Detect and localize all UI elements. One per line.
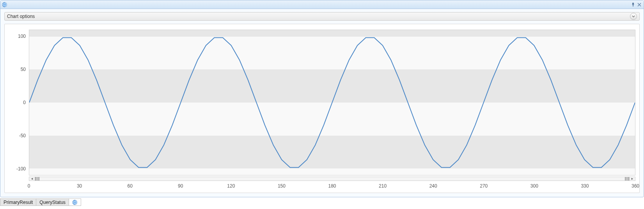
y-tick-label: 0 [23, 100, 26, 105]
y-tick-label: 50 [21, 67, 26, 72]
chart-options-bar[interactable]: Chart options [4, 12, 640, 21]
range-thumb-left[interactable] [35, 177, 39, 181]
range-slider[interactable]: ◄ ► [29, 177, 635, 181]
x-tick-label: 60 [127, 183, 132, 189]
range-arrow-left-icon[interactable]: ◄ [29, 177, 35, 181]
x-axis: 0306090120150180210240270300330360 [29, 182, 635, 190]
x-tick-label: 120 [227, 183, 235, 189]
tab-label: PrimaryResult [4, 200, 33, 205]
x-tick-label: 240 [429, 183, 437, 189]
y-tick-label: -50 [19, 133, 26, 138]
expand-options-icon[interactable] [630, 13, 637, 20]
globe-icon [2, 2, 7, 7]
chart-options-label: Chart options [7, 14, 35, 19]
x-tick-label: 30 [77, 183, 82, 189]
tab-primary-result[interactable]: PrimaryResult [0, 198, 36, 206]
status-bar: PrimaryResult QueryStatus [0, 197, 644, 206]
y-tick-label: -100 [16, 166, 26, 172]
x-tick-label: 330 [581, 183, 589, 189]
panel-header [0, 0, 644, 9]
plot-area[interactable] [29, 30, 635, 175]
x-tick-label: 150 [278, 183, 286, 189]
plot-svg [29, 30, 635, 175]
chart-frame: -100-50050100 ◄ ► 0306090120150180210240… [4, 24, 640, 193]
range-thumb-right[interactable] [625, 177, 629, 181]
y-tick-label: 100 [18, 34, 26, 39]
tab-chart[interactable] [69, 198, 81, 206]
y-axis: -100-50050100 [9, 30, 29, 175]
globe-icon [72, 200, 78, 205]
x-tick-label: 0 [28, 183, 30, 189]
x-tick-label: 90 [178, 183, 183, 189]
range-slider-row: ◄ ► [29, 175, 635, 182]
panel-body: Chart options -100-50050100 ◄ [0, 9, 644, 197]
x-tick-label: 300 [530, 183, 538, 189]
range-arrow-right-icon[interactable]: ► [629, 177, 635, 181]
x-tick-label: 360 [632, 183, 639, 189]
tab-query-status[interactable]: QueryStatus [36, 198, 69, 206]
tab-label: QueryStatus [39, 200, 66, 205]
x-tick-label: 180 [328, 183, 336, 189]
pin-icon[interactable] [630, 2, 636, 7]
x-tick-label: 270 [480, 183, 488, 189]
x-tick-label: 210 [379, 183, 387, 189]
close-icon[interactable] [637, 2, 642, 7]
chart-panel: Chart options -100-50050100 ◄ [0, 0, 644, 197]
